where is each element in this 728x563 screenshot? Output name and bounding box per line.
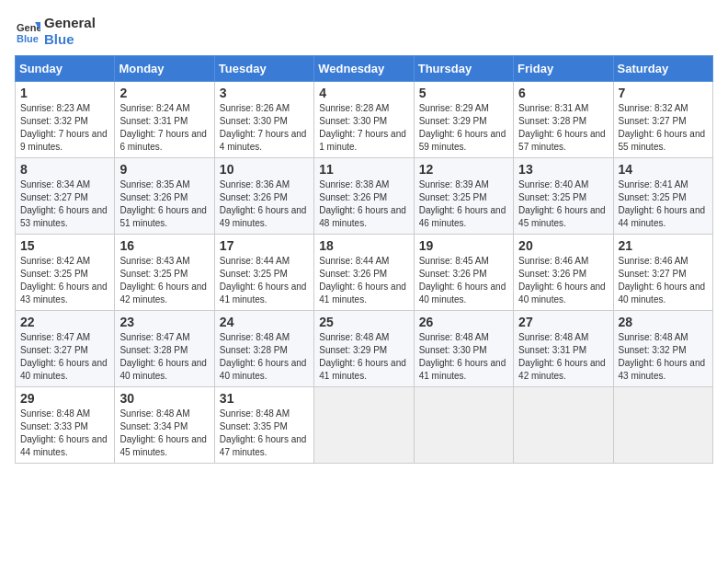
day-number: 28 [619,315,708,329]
calendar-cell: 31 Sunrise: 8:48 AMSunset: 3:35 PMDaylig… [214,387,313,464]
cell-content: Sunrise: 8:45 AMSunset: 3:26 PMDaylight:… [419,256,506,304]
day-number: 14 [619,162,708,177]
calendar-cell: 25 Sunrise: 8:48 AMSunset: 3:29 PMDaylig… [314,311,414,387]
day-number: 23 [119,315,209,329]
calendar-week-4: 22 Sunrise: 8:47 AMSunset: 3:27 PMDaylig… [16,311,713,387]
calendar-cell: 4 Sunrise: 8:28 AMSunset: 3:30 PMDayligh… [314,82,414,158]
day-header-wednesday: Wednesday [314,56,414,82]
cell-content: Sunrise: 8:44 AMSunset: 3:25 PMDaylight:… [220,256,307,304]
cell-content: Sunrise: 8:46 AMSunset: 3:27 PMDaylight:… [619,256,706,304]
cell-content: Sunrise: 8:31 AMSunset: 3:28 PMDaylight:… [518,103,606,152]
day-number: 1 [20,86,109,100]
cell-content: Sunrise: 8:24 AMSunset: 3:31 PMDaylight:… [119,103,207,152]
calendar-table: SundayMondayTuesdayWednesdayThursdayFrid… [15,55,713,464]
day-number: 18 [319,238,408,253]
cell-content: Sunrise: 8:42 AMSunset: 3:25 PMDaylight:… [20,256,108,304]
day-number: 3 [220,86,309,100]
calendar-week-2: 8 Sunrise: 8:34 AMSunset: 3:27 PMDayligh… [16,158,713,235]
calendar-cell: 5 Sunrise: 8:29 AMSunset: 3:29 PMDayligh… [414,82,513,158]
cell-content: Sunrise: 8:38 AMSunset: 3:26 PMDaylight:… [319,179,406,228]
calendar-cell [514,387,613,464]
day-number: 25 [319,315,408,329]
calendar-cell [314,387,414,464]
day-number: 27 [518,315,608,329]
calendar-cell: 11 Sunrise: 8:38 AMSunset: 3:26 PMDaylig… [314,158,414,235]
day-header-sunday: Sunday [16,56,115,82]
day-number: 29 [20,391,109,406]
day-number: 21 [619,238,708,253]
calendar-week-3: 15 Sunrise: 8:42 AMSunset: 3:25 PMDaylig… [16,235,713,311]
cell-content: Sunrise: 8:39 AMSunset: 3:25 PMDaylight:… [419,179,506,228]
day-number: 7 [619,86,708,100]
day-number: 12 [419,162,508,177]
calendar-cell: 19 Sunrise: 8:45 AMSunset: 3:26 PMDaylig… [414,235,513,311]
cell-content: Sunrise: 8:48 AMSunset: 3:35 PMDaylight:… [220,408,307,457]
calendar-cell: 15 Sunrise: 8:42 AMSunset: 3:25 PMDaylig… [16,235,115,311]
day-number: 10 [220,162,309,177]
day-number: 26 [419,315,508,329]
calendar-cell: 7 Sunrise: 8:32 AMSunset: 3:27 PMDayligh… [613,82,712,158]
cell-content: Sunrise: 8:36 AMSunset: 3:26 PMDaylight:… [220,179,307,228]
calendar-cell: 14 Sunrise: 8:41 AMSunset: 3:25 PMDaylig… [613,158,712,235]
day-number: 30 [119,391,209,406]
cell-content: Sunrise: 8:26 AMSunset: 3:30 PMDaylight:… [220,103,307,152]
calendar-cell: 26 Sunrise: 8:48 AMSunset: 3:30 PMDaylig… [414,311,513,387]
cell-content: Sunrise: 8:48 AMSunset: 3:29 PMDaylight:… [319,332,406,381]
cell-content: Sunrise: 8:48 AMSunset: 3:30 PMDaylight:… [419,332,506,381]
calendar-cell [414,387,513,464]
day-number: 13 [518,162,608,177]
calendar-cell: 23 Sunrise: 8:47 AMSunset: 3:28 PMDaylig… [115,311,214,387]
cell-content: Sunrise: 8:41 AMSunset: 3:25 PMDaylight:… [619,179,706,228]
calendar-cell: 1 Sunrise: 8:23 AMSunset: 3:32 PMDayligh… [16,82,115,158]
calendar-cell: 16 Sunrise: 8:43 AMSunset: 3:25 PMDaylig… [115,235,214,311]
cell-content: Sunrise: 8:48 AMSunset: 3:33 PMDaylight:… [20,408,108,457]
calendar-cell: 20 Sunrise: 8:46 AMSunset: 3:26 PMDaylig… [514,235,613,311]
cell-content: Sunrise: 8:35 AMSunset: 3:26 PMDaylight:… [119,179,207,228]
logo-icon: General Blue [15,18,40,44]
day-number: 5 [419,86,508,100]
cell-content: Sunrise: 8:48 AMSunset: 3:32 PMDaylight:… [619,332,706,381]
day-number: 15 [20,238,109,253]
day-number: 8 [20,162,109,177]
calendar-cell: 6 Sunrise: 8:31 AMSunset: 3:28 PMDayligh… [514,82,613,158]
logo: General Blue GeneralBlue [15,15,96,48]
cell-content: Sunrise: 8:32 AMSunset: 3:27 PMDaylight:… [619,103,706,152]
cell-content: Sunrise: 8:47 AMSunset: 3:28 PMDaylight:… [119,332,207,381]
calendar-cell: 2 Sunrise: 8:24 AMSunset: 3:31 PMDayligh… [115,82,214,158]
cell-content: Sunrise: 8:47 AMSunset: 3:27 PMDaylight:… [20,332,108,381]
cell-content: Sunrise: 8:44 AMSunset: 3:26 PMDaylight:… [319,256,406,304]
calendar-cell: 3 Sunrise: 8:26 AMSunset: 3:30 PMDayligh… [214,82,313,158]
day-number: 24 [220,315,309,329]
calendar-cell: 27 Sunrise: 8:48 AMSunset: 3:31 PMDaylig… [514,311,613,387]
day-header-thursday: Thursday [414,56,513,82]
day-number: 22 [20,315,109,329]
cell-content: Sunrise: 8:48 AMSunset: 3:31 PMDaylight:… [518,332,606,381]
calendar-cell: 29 Sunrise: 8:48 AMSunset: 3:33 PMDaylig… [16,387,115,464]
day-number: 11 [319,162,408,177]
logo-text: GeneralBlue [44,15,96,48]
calendar-cell: 18 Sunrise: 8:44 AMSunset: 3:26 PMDaylig… [314,235,414,311]
cell-content: Sunrise: 8:23 AMSunset: 3:32 PMDaylight:… [20,103,108,152]
cell-content: Sunrise: 8:34 AMSunset: 3:27 PMDaylight:… [20,179,108,228]
day-header-tuesday: Tuesday [214,56,313,82]
day-header-monday: Monday [115,56,214,82]
calendar-cell: 28 Sunrise: 8:48 AMSunset: 3:32 PMDaylig… [613,311,712,387]
calendar-cell: 13 Sunrise: 8:40 AMSunset: 3:25 PMDaylig… [514,158,613,235]
day-number: 6 [518,86,608,100]
calendar-cell: 10 Sunrise: 8:36 AMSunset: 3:26 PMDaylig… [214,158,313,235]
day-number: 19 [419,238,508,253]
day-number: 16 [119,238,209,253]
day-number: 2 [119,86,209,100]
calendar-week-1: 1 Sunrise: 8:23 AMSunset: 3:32 PMDayligh… [16,82,713,158]
cell-content: Sunrise: 8:48 AMSunset: 3:28 PMDaylight:… [220,332,307,381]
calendar-cell [613,387,712,464]
day-number: 17 [220,238,309,253]
day-number: 20 [518,238,608,253]
day-header-friday: Friday [514,56,613,82]
cell-content: Sunrise: 8:29 AMSunset: 3:29 PMDaylight:… [419,103,506,152]
header: General Blue GeneralBlue [15,15,713,48]
cell-content: Sunrise: 8:46 AMSunset: 3:26 PMDaylight:… [518,256,606,304]
calendar-cell: 21 Sunrise: 8:46 AMSunset: 3:27 PMDaylig… [613,235,712,311]
calendar-week-5: 29 Sunrise: 8:48 AMSunset: 3:33 PMDaylig… [16,387,713,464]
day-number: 9 [119,162,209,177]
